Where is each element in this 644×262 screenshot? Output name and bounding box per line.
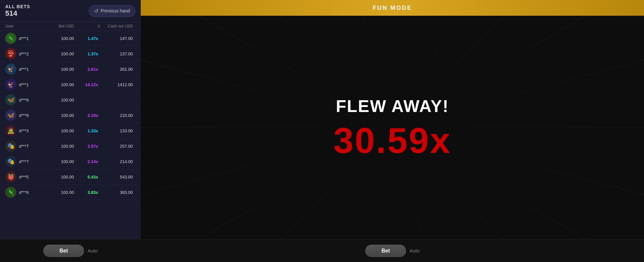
left-header: ALL BETS 514 ↺ Previous hand	[0, 0, 141, 22]
table-row: 👺 d***2 100.00 1.37x 137.00	[0, 46, 141, 62]
user-cell: 🧟 d***3	[5, 125, 41, 136]
username: d***7	[19, 159, 29, 164]
multiplier-cell: 1.47x	[74, 35, 100, 41]
username: d***1	[19, 36, 29, 41]
cashout-amount: 383.00	[100, 190, 133, 195]
bet-amount: 100.00	[41, 144, 74, 149]
multiplier-value: 1.47x	[85, 35, 100, 42]
table-header: User Bet USD X Cash out USD	[0, 22, 141, 31]
prev-hand-button[interactable]: ↺ Previous hand	[89, 5, 135, 17]
left-auto-button[interactable]: Auto	[87, 248, 98, 253]
table-row: 🧟 d***3 100.00 1.33x 133.00	[0, 123, 141, 139]
table-row: 🎭 d***7 100.00 2.57x 257.00	[0, 139, 141, 154]
bet-amount: 100.00	[41, 175, 74, 179]
multiplier-value: 3.83x	[85, 189, 100, 196]
avatar: 🦅	[5, 64, 16, 75]
avatar: 🦎	[5, 33, 16, 44]
username: d***2	[19, 51, 29, 56]
all-bets-count: 514	[5, 9, 30, 18]
user-cell: 🎭 d***7	[5, 140, 41, 152]
cashout-amount: 261.00	[100, 67, 133, 72]
user-cell: 🦅 d***1	[5, 79, 41, 90]
fun-mode-text: FUN MODE	[373, 5, 412, 11]
cashout-amount: 147.00	[100, 36, 133, 41]
right-bet-button[interactable]: Bet	[365, 245, 406, 257]
right-bottom-controls: Bet Auto	[141, 239, 644, 262]
user-cell: 🦎 d***6	[5, 187, 41, 198]
table-row: 🦋 d***6 100.00	[0, 92, 141, 108]
avatar: 🧟	[5, 125, 16, 136]
final-multiplier-display: 30.59x	[333, 122, 451, 159]
cashout-amount: 543.00	[100, 175, 133, 179]
user-cell: 🦎 d***1	[5, 33, 41, 44]
multiplier-cell: 2.10x	[74, 112, 100, 118]
bet-amount: 100.00	[41, 82, 74, 87]
flew-away-text: FLEW AWAY!	[336, 96, 449, 116]
multiplier-cell: 1.33x	[74, 128, 100, 134]
username: d***7	[19, 144, 29, 149]
cashout-amount: 210.00	[100, 113, 133, 118]
avatar: 👹	[5, 171, 16, 182]
multiplier-cell: 2.14x	[74, 159, 100, 164]
avatar: 🦋	[5, 94, 16, 105]
bets-list: 🦎 d***1 100.00 1.47x 147.00 👺 d***2 100.…	[0, 31, 141, 239]
multiplier-value: 1.33x	[85, 128, 100, 134]
right-auto-button[interactable]: Auto	[409, 248, 420, 253]
col-cashout-usd: Cash out USD	[100, 24, 133, 28]
history-icon: ↺	[94, 8, 98, 14]
multiplier-value: 2.10x	[85, 112, 100, 119]
user-cell: 🦋 d***6	[5, 110, 41, 121]
avatar: 🎭	[5, 140, 16, 152]
col-multiplier: X	[74, 24, 100, 28]
right-bet-section: Bet Auto	[365, 245, 420, 257]
multiplier-cell: 3.83x	[74, 189, 100, 195]
multiplier-value: 2.14x	[85, 159, 100, 165]
table-row: 👹 d***5 100.00 5.43x 543.00	[0, 169, 141, 185]
bet-amount: 100.00	[41, 128, 74, 133]
all-bets-info: ALL BETS 514	[5, 4, 30, 18]
user-cell: 👺 d***2	[5, 48, 41, 59]
table-row: 🦋 d***6 100.00 2.10x 210.00	[0, 108, 141, 123]
game-text-area: FLEW AWAY! 30.59x	[141, 16, 644, 239]
username: d***3	[19, 128, 29, 133]
user-cell: 🦅 d***1	[5, 64, 41, 75]
fun-mode-banner: FUN MODE	[141, 0, 644, 16]
avatar: 🦋	[5, 110, 16, 121]
multiplier-cell: 2.61x	[74, 66, 100, 72]
prev-hand-label: Previous hand	[100, 8, 130, 13]
avatar: 🎭	[5, 156, 16, 167]
username: d***6	[19, 113, 29, 118]
multiplier-cell: 14.12x	[74, 82, 100, 87]
cashout-amount: 214.00	[100, 159, 133, 164]
multiplier-value: 14.12x	[83, 82, 100, 88]
bet-amount: 100.00	[41, 190, 74, 195]
main-game-area: FUN MODE FLEW AWAY! 30.59x Bet Auto	[141, 0, 644, 262]
bet-amount: 100.00	[41, 98, 74, 103]
table-row: 🦎 d***6 100.00 3.83x 383.00	[0, 185, 141, 200]
left-panel: ALL BETS 514 ↺ Previous hand User Bet US…	[0, 0, 141, 262]
avatar: 🦎	[5, 187, 16, 198]
username: d***1	[19, 67, 29, 72]
multiplier-value: 5.43x	[85, 174, 100, 180]
left-bet-section: Bet Auto	[43, 245, 98, 257]
user-cell: 👹 d***5	[5, 171, 41, 182]
bet-amount: 100.00	[41, 159, 74, 164]
bet-amount: 100.00	[41, 67, 74, 72]
username: d***6	[19, 190, 29, 195]
bet-amount: 100.00	[41, 36, 74, 41]
table-row: 🦅 d***1 100.00 14.12x 1412.00	[0, 77, 141, 92]
cashout-amount: 133.00	[100, 128, 133, 133]
user-cell: 🦋 d***6	[5, 94, 41, 105]
left-bottom-controls: Bet Auto	[0, 239, 141, 262]
cashout-amount: 257.00	[100, 144, 133, 149]
avatar: 👺	[5, 48, 16, 59]
table-row: 🦎 d***1 100.00 1.47x 147.00	[0, 31, 141, 46]
cashout-amount: 137.00	[100, 51, 133, 56]
username: d***5	[19, 175, 29, 179]
left-bet-button[interactable]: Bet	[43, 245, 84, 257]
multiplier-value: 2.61x	[85, 66, 100, 72]
avatar: 🦅	[5, 79, 16, 90]
multiplier-value: 2.57x	[85, 143, 100, 149]
username: d***1	[19, 82, 29, 87]
col-user: User	[5, 24, 41, 28]
